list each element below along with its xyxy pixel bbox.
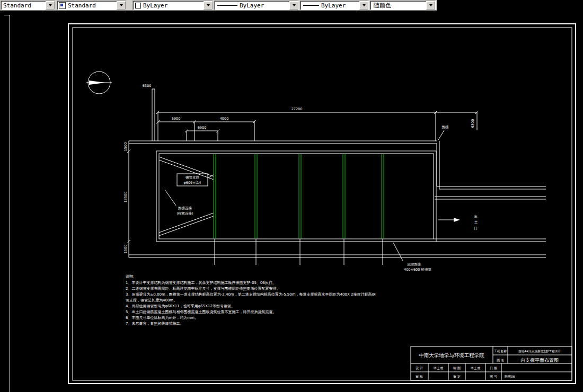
titleblock-drawing-label: 图 名: [497, 358, 504, 362]
soil-exit-label-char2: 土: [474, 220, 478, 225]
notes-header: 说明:: [126, 274, 134, 279]
titleblock-date-label: 日 期: [490, 366, 497, 370]
support-pile: [343, 154, 345, 265]
note-line: 1、本设计中支撑结构为钢管支撑结构施工，其余支护结构施工顺序按图支护-05、06…: [126, 280, 276, 285]
note-line: 6、本图尺寸单位除标高为m外，均为mm。: [126, 316, 198, 320]
dim-total-top: 27200: [292, 107, 303, 111]
soil-exit-arrow-icon: [438, 218, 460, 222]
titleblock-approve-label: 审 定: [453, 375, 461, 379]
dim-left-top: 1500: [123, 142, 128, 152]
pit-walls: [129, 89, 546, 257]
note-line: 3、压顶梁顶为±0.00m，围檩第一道支撑结构标高位置为-2.40m，第二道支撑…: [126, 292, 375, 297]
support-pile: [382, 154, 384, 265]
titleblock-project-value: 西地4#污水池基坑支护工程设计: [518, 350, 561, 353]
dim-left-main: 13500: [123, 192, 128, 203]
support-pile: [214, 154, 216, 265]
dim-seg3: 6900: [198, 126, 207, 130]
note-line: 4、局部位用钢管型号为φ60X11，也可采用φ65X12等型号钢管。: [126, 304, 235, 308]
cad-application-window: Standard Standard ByLayer ByLayer ByLaye…: [0, 0, 583, 392]
titleblock-school: 中南大学地学与环境工程学院: [419, 352, 484, 358]
north-symbol: [86, 72, 112, 94]
dim-right-side: 6300: [471, 119, 475, 128]
titleblock-number-label: 图 号: [490, 375, 497, 379]
titleblock-check-label: 审 核: [416, 375, 423, 378]
pipe-support-label-line2: φ609×t14: [184, 181, 201, 185]
waler-connection-label-line1: 围檩连接: [178, 206, 192, 210]
support-pile: [299, 154, 301, 265]
titleblock-drawing-title: 内支撑平面布置图: [520, 358, 559, 363]
note-line: 2、二道钢管支撑布置间距、标高详见图中标注尺寸，支撑与围檩间距依照图纸位置配置安…: [126, 286, 280, 291]
crown-beam-label-line1: 冠梁围檩: [407, 262, 421, 266]
titleblock-draft-value: 毕士成: [470, 366, 480, 370]
cad-canvas[interactable]: 6300 27200 6300 5900 4000: [0, 0, 583, 392]
title-block: 中南大学地学与环境工程学院 工程名称 西地4#污水池基坑支护工程设计 图 名 内…: [411, 346, 572, 380]
support-pile: [255, 154, 257, 265]
crown-beam-label-line2: 400×600 砼浇筑: [404, 268, 431, 272]
note-line: 5、出土口处钢筋混凝土围檩与相邻围檩混凝土围板浇筑位置不宜施工，待开挖后浇筑混凝…: [126, 310, 276, 314]
waler-connection-label-line2: (楔紧连接): [176, 211, 193, 216]
titleblock-number-value: 附图06: [505, 375, 515, 379]
corner-braces: [159, 157, 214, 236]
layout-edge: [4, 15, 10, 392]
titleblock-draft-label: 制 图: [453, 366, 461, 370]
titleblock-project-label: 工程名称: [494, 349, 507, 353]
annotations: 围檩 钢管支撑 φ609×t14 围檩连接 (楔紧连接) 出 土 口 冠梁围檩 …: [165, 125, 478, 272]
steel-pipe-supports: [214, 154, 384, 265]
note-line: 管支撑，钢管总长度为400m。: [126, 298, 177, 302]
soil-exit-label-char3: 口: [474, 226, 478, 230]
sheet-frame: [68, 24, 576, 384]
titleblock-design-value: 毕士成: [433, 366, 443, 370]
dim-left-bottom: 1500: [123, 245, 128, 254]
dim-left-wall-top: 6300: [143, 84, 152, 88]
dim-seg2: 4000: [220, 117, 229, 121]
pipe-support-label-line1: 钢管支撑: [185, 175, 200, 180]
soil-exit-label-char1: 出: [474, 215, 478, 219]
dim-seg1: 5900: [172, 117, 181, 121]
titleblock-design-label: 设 计: [416, 366, 423, 370]
notes-block: 说明: 1、本设计中支撑结构为钢管支撑结构施工，其余支护结构施工顺序按图支护-0…: [126, 274, 375, 326]
waler-label: 围檩: [442, 125, 449, 129]
note-line: 7、未尽事宜，参照相关规范施工。: [126, 321, 183, 326]
